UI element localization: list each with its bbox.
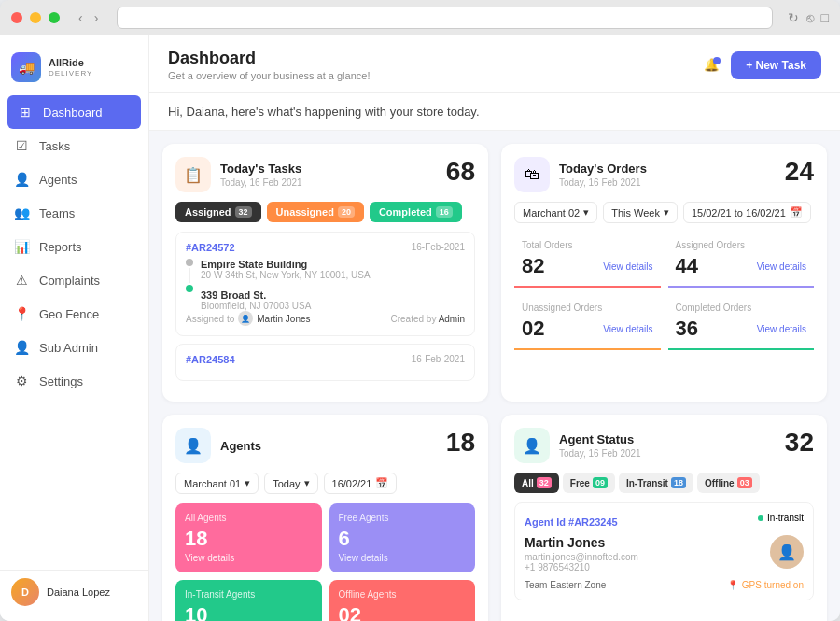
address-bar[interactable] (117, 7, 772, 29)
logo: 🚚 AllRide DELIVERY (0, 43, 148, 95)
agent-status-text: In-transit (767, 513, 804, 523)
free-status-count: 09 (593, 477, 608, 488)
refresh-button[interactable]: ↻ (788, 10, 799, 25)
offline-status-tab[interactable]: Offline 03 (697, 473, 760, 493)
agents-merchant-filter[interactable]: Marchant 01 ▾ (175, 473, 259, 494)
location-details: Empire State Building 20 W 34th St, New … (201, 259, 465, 311)
date-range-button[interactable]: 15/02/21 to 16/02/21 📅 (683, 202, 811, 223)
sidebar-label-reports: Reports (39, 240, 82, 254)
header-left: Dashboard Get a overview of your busines… (168, 49, 370, 81)
unassigned-orders-row: 02 View details (522, 317, 653, 341)
orders-card-subtitle: Today, 16 Feb 2021 (559, 177, 647, 188)
close-dot[interactable] (11, 12, 22, 23)
header-right: 🔔 + New Task (704, 51, 821, 79)
task-id-row: #AR24572 16-Feb-2021 (186, 242, 465, 253)
creator-name: Admin (439, 314, 465, 324)
all-status-label: All (522, 478, 534, 488)
sidebar-item-agents[interactable]: 👤 Agents (0, 162, 148, 196)
agent-status-subtitle: Today, 16 Feb 2021 (559, 448, 641, 459)
title-bar: ‹ › ↻ ⎋ □ (0, 0, 840, 35)
completed-orders-view-details[interactable]: View details (757, 324, 806, 334)
assigned-orders-view-details[interactable]: View details (757, 261, 806, 272)
main-content: Dashboard Get a overview of your busines… (149, 35, 840, 621)
tasks-card-title-group: Today's Tasks Today, 16 Feb 2021 (220, 162, 302, 188)
sidebar-label-complaints: Complaints (39, 274, 100, 288)
sidebar-label-geo-fence: Geo Fence (39, 307, 99, 321)
total-orders-view-details[interactable]: View details (603, 261, 652, 272)
merchant-filter[interactable]: Marchant 02 ▾ (514, 202, 597, 223)
sidebar-item-dashboard[interactable]: ⊞ Dashboard (7, 95, 141, 129)
all-agents-view[interactable]: View details (185, 553, 313, 563)
free-status-tab[interactable]: Free 09 (563, 473, 615, 493)
sidebar-item-reports[interactable]: 📊 Reports (0, 230, 148, 263)
completed-tab-label: Completed (379, 206, 432, 218)
task-tabs: Assigned 32 Unassigned 20 Completed 16 (175, 202, 475, 222)
agent-email: martin.jones@innofted.com (525, 552, 638, 562)
teams-icon: 👥 (13, 205, 30, 221)
sidebar-item-settings[interactable]: ⚙ Settings (0, 364, 148, 398)
free-agents-view[interactable]: View details (339, 553, 467, 563)
agent-status-tabs: All 32 Free 09 In-Transit 18 Offline (514, 473, 814, 493)
assigned-tab[interactable]: Assigned 32 (175, 202, 261, 222)
location-line (186, 259, 193, 311)
orders-card-title: Today's Orders (559, 162, 647, 176)
agent-contact-info: Martin Jones martin.jones@innofted.com +… (525, 535, 638, 572)
tasks-card-subtitle: Today, 16 Feb 2021 (220, 177, 302, 188)
agents-card: 👤 Agents 18 Marchant 01 ▾ (162, 415, 488, 621)
unassigned-orders-stat: Unassigned Orders 02 View details (514, 295, 661, 350)
agent-id: Agent Id #AR23245 (525, 516, 618, 528)
agent-info-row: Martin Jones martin.jones@innofted.com +… (525, 535, 804, 572)
user-avatar: D (11, 578, 39, 606)
total-orders-row: 82 View details (522, 254, 653, 278)
sidebar-label-dashboard: Dashboard (43, 106, 103, 120)
orders-stats-grid: Total Orders 82 View details Assigned Or… (514, 233, 814, 350)
all-agents-label: All Agents (185, 513, 313, 523)
completed-tab[interactable]: Completed 16 (370, 202, 462, 222)
agent-name: Martin Jones (525, 535, 638, 550)
completed-orders-count: 36 (676, 317, 698, 341)
maximize-dot[interactable] (49, 12, 60, 23)
sidebar-item-complaints[interactable]: ⚠ Complaints (0, 263, 148, 297)
gps-text: GPS turned on (742, 580, 804, 590)
forward-button[interactable]: › (91, 8, 103, 27)
new-task-button[interactable]: + New Task (731, 51, 821, 79)
agent-team: Team Eastern Zone (525, 580, 606, 590)
location-connector (189, 268, 190, 283)
sidebar-item-teams[interactable]: 👥 Teams (0, 196, 148, 230)
completed-orders-label: Completed Orders (676, 303, 807, 313)
unassigned-tab-count: 20 (338, 206, 355, 218)
todays-tasks-card: 📋 Today's Tasks Today, 16 Feb 2021 68 As… (162, 144, 488, 402)
share-button[interactable]: ⎋ (806, 10, 814, 25)
minimize-dot[interactable] (30, 12, 41, 23)
notifications-button[interactable]: 🔔 (704, 58, 720, 72)
agents-merchant-chevron: ▾ (245, 477, 250, 489)
total-orders-stat: Total Orders 82 View details (514, 233, 661, 288)
agents-today-filter[interactable]: Today ▾ (264, 473, 317, 494)
week-filter[interactable]: This Week ▾ (603, 202, 678, 223)
transit-status-tab[interactable]: In-Transit 18 (619, 473, 693, 493)
free-agents-stat: Free Agents 6 View details (329, 503, 476, 572)
all-status-tab[interactable]: All 32 (514, 473, 559, 493)
logo-icon: 🚚 (11, 52, 41, 82)
orders-card-header: 🛍 Today's Orders Today, 16 Feb 2021 24 (514, 157, 814, 192)
agent-id-status: Agent Id #AR23245 (525, 513, 618, 529)
fullscreen-button[interactable]: □ (821, 10, 829, 25)
sidebar-item-geo-fence[interactable]: 📍 Geo Fence (0, 297, 148, 331)
back-button[interactable]: ‹ (75, 8, 87, 27)
unassigned-tab[interactable]: Unassigned 20 (267, 202, 364, 222)
user-profile: D Daiana Lopez (0, 570, 148, 614)
dropoff-dot (186, 285, 193, 292)
sidebar-item-sub-admin[interactable]: 👤 Sub Admin (0, 331, 148, 364)
week-label: This Week (611, 207, 660, 219)
sidebar-item-tasks[interactable]: ☑ Tasks (0, 129, 148, 162)
tasks-title-area: 📋 Today's Tasks Today, 16 Feb 2021 (175, 157, 302, 192)
agent-status-count: 32 (785, 428, 814, 458)
transit-agents-count: 10 (185, 603, 313, 621)
assigned-to-label: Assigned to (186, 314, 234, 324)
task-locations-row: Empire State Building 20 W 34th St, New … (186, 259, 465, 311)
task-item: #AR24572 16-Feb-2021 Empire State Buildi… (175, 232, 475, 336)
agents-card-header: 👤 Agents 18 (175, 428, 475, 463)
offline-status-count: 03 (737, 477, 752, 488)
unassigned-orders-view-details[interactable]: View details (603, 324, 652, 334)
agents-date-button[interactable]: 16/02/21 📅 (324, 473, 398, 494)
